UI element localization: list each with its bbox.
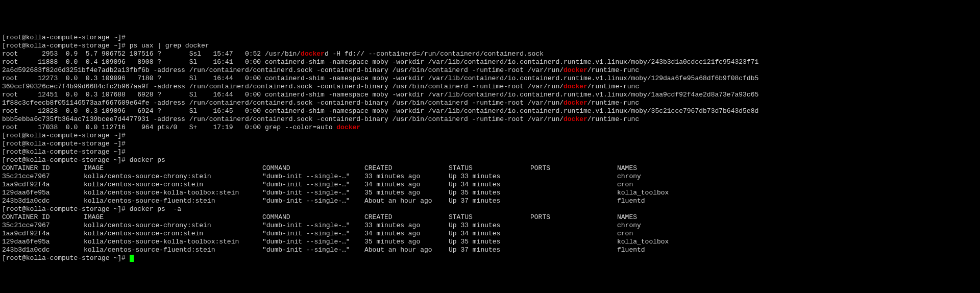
col-status: STATUS: [449, 213, 530, 222]
col-created: CREATED: [364, 213, 449, 222]
cell-image: kolla/centos-source-chrony:stein: [84, 222, 262, 230]
col-command: COMMAND: [262, 164, 364, 173]
cell-created: About an hour ago: [364, 197, 449, 205]
docker-row: 243b3d1a0cdckolla/centos-source-fluentd:…: [2, 197, 978, 205]
cell-names: fluentd: [617, 246, 645, 254]
ps-row-continuation: 1f88c3cfeecb8f051146573aaf667609e64fe -a…: [2, 99, 978, 107]
cell-created: About an hour ago: [364, 246, 449, 254]
col-image: IMAGE: [84, 164, 262, 173]
cursor: [130, 255, 134, 262]
ps-row: root 12273 0.0 0.3 109096 7180 ? Sl 16:4…: [2, 75, 978, 83]
cell-command: "dumb-init --single-…": [262, 238, 364, 246]
cell-status: Up 35 minutes: [449, 189, 530, 197]
ps-row: root 12828 0.0 0.3 109096 6924 ? Sl 16:4…: [2, 107, 978, 115]
command-text: ps uax | grep docker: [130, 42, 209, 50]
cell-status: Up 34 minutes: [449, 181, 530, 189]
cell-command: "dumb-init --single-…": [262, 189, 364, 197]
cell-status: Up 35 minutes: [449, 238, 530, 246]
col-container-id: CONTAINER ID: [2, 213, 84, 222]
cell-image: kolla/centos-source-chrony:stein: [84, 173, 262, 181]
prompt-line: [root@kolla-compute-storage ~]#: [2, 148, 978, 156]
match-highlight: docker: [564, 83, 587, 90]
cell-image: kolla/centos-source-cron:stein: [84, 181, 262, 189]
docker-row: 1aa9cdf92f4akolla/centos-source-cron:ste…: [2, 181, 978, 189]
col-image: IMAGE: [84, 213, 262, 222]
ps-row: root 12451 0.0 0.3 107688 6928 ? Sl 16:4…: [2, 91, 978, 99]
prompt-line: [root@kolla-compute-storage ~]# docker p…: [2, 205, 978, 213]
docker-row: 129daa6fe95akolla/centos-source-kolla-to…: [2, 189, 978, 197]
cell-status: Up 37 minutes: [449, 246, 530, 254]
cell-status: Up 33 minutes: [449, 173, 530, 181]
match-highlight: docker: [301, 50, 325, 58]
docker-row: 1aa9cdf92f4akolla/centos-source-cron:ste…: [2, 230, 978, 238]
docker-header: CONTAINER IDIMAGECOMMANDCREATEDSTATUSPOR…: [2, 213, 978, 222]
col-created: CREATED: [364, 164, 449, 173]
cell-status: Up 37 minutes: [449, 197, 530, 205]
cell-command: "dumb-init --single-…": [262, 222, 364, 230]
match-highlight: docker: [564, 99, 587, 107]
cell-container-id: 129daa6fe95a: [2, 238, 84, 246]
cell-status: Up 33 minutes: [449, 222, 530, 230]
prompt-line: [root@kolla-compute-storage ~]#: [2, 140, 978, 148]
cell-container-id: 129daa6fe95a: [2, 189, 84, 197]
cell-names: cron: [617, 230, 633, 238]
cell-container-id: 35c21cce7967: [2, 222, 84, 230]
ps-row: root 2953 0.9 5.7 906752 107516 ? Ssl 15…: [2, 50, 978, 58]
cell-created: 33 minutes ago: [364, 173, 449, 181]
col-ports: PORTS: [530, 164, 617, 173]
docker-header: CONTAINER IDIMAGECOMMANDCREATEDSTATUSPOR…: [2, 164, 978, 173]
prompt-line: [root@kolla-compute-storage ~]# ps uax |…: [2, 42, 978, 50]
cell-names: chrony: [617, 222, 641, 230]
cell-container-id: 243b3d1a0cdc: [2, 197, 84, 205]
cell-command: "dumb-init --single-…": [262, 246, 364, 254]
cell-image: kolla/centos-source-fluentd:stein: [84, 246, 262, 254]
cell-created: 34 minutes ago: [364, 181, 449, 189]
cell-command: "dumb-init --single-…": [262, 173, 364, 181]
ps-row-continuation: 2a6d592683f82d6d3251bf4e7adb2a13fbf6b -a…: [2, 66, 978, 75]
match-highlight: docker: [564, 66, 587, 74]
cell-image: kolla/centos-source-kolla-toolbox:stein: [84, 238, 262, 246]
cell-names: cron: [617, 181, 633, 189]
cell-command: "dumb-init --single-…": [262, 181, 364, 189]
cell-image: kolla/centos-source-kolla-toolbox:stein: [84, 189, 262, 197]
terminal-output[interactable]: [root@kolla-compute-storage ~]#[root@kol…: [2, 34, 978, 262]
cell-created: 33 minutes ago: [364, 222, 449, 230]
col-names: NAMES: [617, 213, 637, 222]
command-text: docker ps -a: [130, 205, 181, 213]
cell-container-id: 1aa9cdf92f4a: [2, 181, 84, 189]
cell-names: kolla_toolbox: [617, 189, 669, 197]
cell-container-id: 35c21cce7967: [2, 173, 84, 181]
cell-command: "dumb-init --single-…": [262, 230, 364, 238]
cell-container-id: 243b3d1a0cdc: [2, 246, 84, 254]
cell-created: 35 minutes ago: [364, 238, 449, 246]
cell-status: Up 34 minutes: [449, 230, 530, 238]
docker-row: 35c21cce7967kolla/centos-source-chrony:s…: [2, 222, 978, 230]
docker-row: 129daa6fe95akolla/centos-source-kolla-to…: [2, 238, 978, 246]
ps-row: root 17038 0.0 0.0 112716 964 pts/0 S+ 1…: [2, 124, 978, 132]
ps-row-continuation: bbb5ebba6c735fb364ac7139bcee7d4477931 -a…: [2, 115, 978, 124]
col-names: NAMES: [617, 164, 637, 173]
prompt-line: [root@kolla-compute-storage ~]#: [2, 254, 978, 262]
prompt-line: [root@kolla-compute-storage ~]#: [2, 132, 978, 140]
prompt-line: [root@kolla-compute-storage ~]#: [2, 34, 978, 42]
cell-image: kolla/centos-source-fluentd:stein: [84, 197, 262, 205]
match-highlight: docker: [564, 115, 587, 123]
cell-created: 35 minutes ago: [364, 189, 449, 197]
cell-image: kolla/centos-source-cron:stein: [84, 230, 262, 238]
cell-names: chrony: [617, 173, 641, 181]
docker-row: 35c21cce7967kolla/centos-source-chrony:s…: [2, 173, 978, 181]
ps-row: root 11888 0.0 0.4 109096 8908 ? Sl 16:4…: [2, 58, 978, 66]
cell-names: kolla_toolbox: [617, 238, 669, 246]
command-text: docker ps: [130, 156, 165, 164]
prompt-line: [root@kolla-compute-storage ~]# docker p…: [2, 156, 978, 164]
cell-names: fluentd: [617, 197, 645, 205]
match-highlight: docker: [336, 124, 360, 131]
col-container-id: CONTAINER ID: [2, 164, 84, 173]
cell-command: "dumb-init --single-…": [262, 197, 364, 205]
ps-row-continuation: 360ccf90326cec7f4b99d6684cfc2b967aa9f -a…: [2, 83, 978, 91]
col-status: STATUS: [449, 164, 530, 173]
cell-created: 34 minutes ago: [364, 230, 449, 238]
cell-container-id: 1aa9cdf92f4a: [2, 230, 84, 238]
col-ports: PORTS: [530, 213, 617, 222]
docker-row: 243b3d1a0cdckolla/centos-source-fluentd:…: [2, 246, 978, 254]
